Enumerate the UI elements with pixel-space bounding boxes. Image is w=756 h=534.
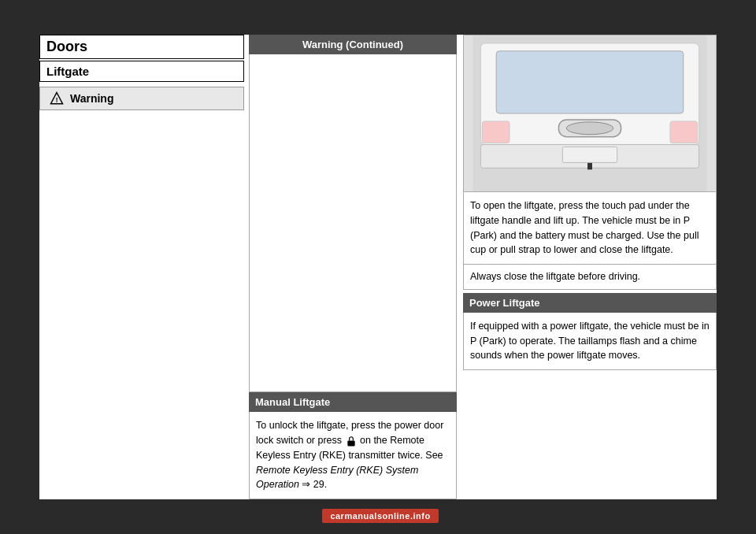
warning-triangle-icon: ! xyxy=(50,91,64,106)
warning-box: ! Warning xyxy=(39,87,244,110)
manual-liftgate-body: To unlock the liftgate, press the power … xyxy=(249,412,457,499)
liftgate-image xyxy=(463,35,717,192)
right-column: To open the liftgate, press the touch pa… xyxy=(457,35,717,499)
manual-liftgate-section: Manual Liftgate To unlock the liftgate, … xyxy=(249,392,457,499)
warning-continued-body xyxy=(249,54,457,392)
liftgate-header: Liftgate xyxy=(39,61,244,82)
svg-rect-5 xyxy=(496,51,684,113)
right-description: To open the liftgate, press the touch pa… xyxy=(463,192,717,265)
warning-label: Warning xyxy=(70,92,113,105)
power-liftgate-header: Power Liftgate xyxy=(463,293,717,313)
right-note: Always close the liftgate before driving… xyxy=(463,265,717,290)
power-liftgate-body: If equipped with a power liftgate, the v… xyxy=(463,313,717,370)
left-column: Doors Liftgate ! Warning xyxy=(39,35,244,499)
svg-rect-2 xyxy=(347,440,354,446)
liftgate-svg xyxy=(464,35,716,191)
doors-header: Doors xyxy=(39,35,244,59)
middle-column: Warning (Continued) Manual Liftgate To u… xyxy=(244,35,457,499)
svg-text:!: ! xyxy=(56,97,58,104)
svg-rect-13 xyxy=(670,121,698,143)
svg-rect-11 xyxy=(562,147,617,163)
manual-liftgate-header: Manual Liftgate xyxy=(249,392,457,412)
manual-liftgate-italic: Remote Keyless Entry (RKE) System Operat… xyxy=(256,465,418,491)
warning-continued-header: Warning (Continued) xyxy=(249,35,457,54)
svg-point-7 xyxy=(566,122,613,135)
lock-icon xyxy=(346,436,357,447)
manual-liftgate-text-3: ⇒ 29. xyxy=(299,479,327,490)
watermark-logo: carmanualsonline.info xyxy=(322,509,438,523)
watermark-bar: carmanualsonline.info xyxy=(0,509,756,523)
svg-rect-12 xyxy=(482,121,510,143)
